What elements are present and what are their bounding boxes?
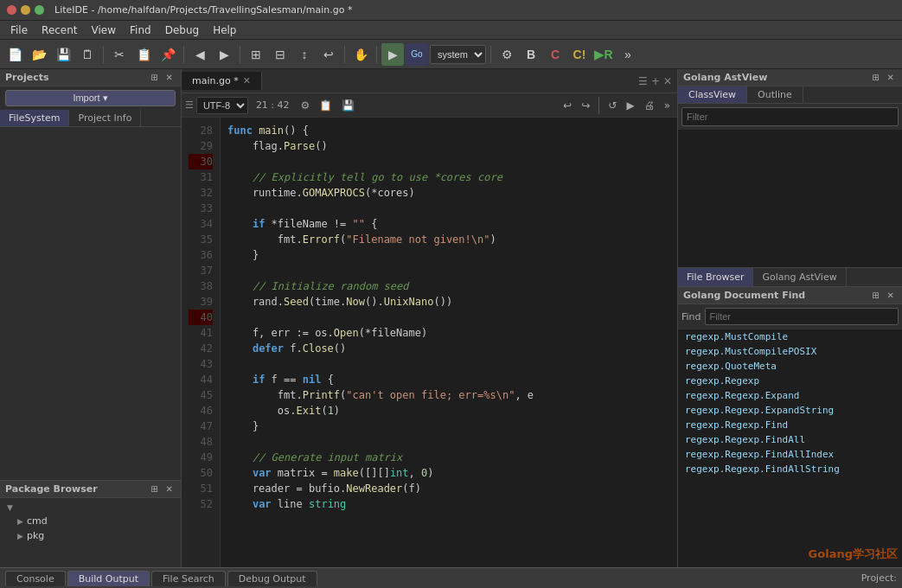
ast-filter-input[interactable] xyxy=(681,107,899,126)
doc-item-5[interactable]: regexp.Regexp.ExpandString xyxy=(678,403,902,418)
bottom-tab-filebrowser[interactable]: File Browser xyxy=(678,268,753,286)
pkg-item-pkg[interactable]: ▶ pkg xyxy=(0,528,181,543)
build-b-button[interactable]: B xyxy=(520,43,542,66)
package-browser: Package Browser ⊞ ✕ ▼ ▶ cmd ▶ pkg xyxy=(0,480,181,567)
settings-button[interactable]: ⚙ xyxy=(496,43,518,66)
editor-copy-icon[interactable]: 📋 xyxy=(316,98,336,113)
line-numbers: 28 29 30 31 32 33 34 35 36 37 38 39 40 4… xyxy=(182,118,221,567)
menu-help[interactable]: Help xyxy=(206,22,243,38)
open-button[interactable]: 📂 xyxy=(28,43,50,66)
editor-settings-icon[interactable]: ⚙ xyxy=(297,98,314,113)
tab-close-panel-icon[interactable]: ✕ xyxy=(663,75,672,87)
new-file-button[interactable]: 📄 xyxy=(3,43,26,66)
doc-item-7[interactable]: regexp.Regexp.FindAll xyxy=(678,432,902,447)
code-container[interactable]: 28 29 30 31 32 33 34 35 36 37 38 39 40 4… xyxy=(182,118,677,567)
status-tab-console[interactable]: Console xyxy=(5,571,66,586)
system-combo[interactable]: system xyxy=(430,45,486,64)
doc-item-3[interactable]: regexp.Regexp xyxy=(678,374,902,388)
ast-expand-icon[interactable]: ⊞ xyxy=(869,72,881,83)
minimize-button[interactable] xyxy=(21,5,30,15)
maximize-button[interactable] xyxy=(35,5,44,15)
sep4 xyxy=(344,46,345,63)
ast-close-icon[interactable]: ✕ xyxy=(885,72,897,83)
ln-38: 38 xyxy=(189,278,213,294)
sep6 xyxy=(490,46,491,63)
menu-recent[interactable]: Recent xyxy=(35,22,84,38)
editor-save-icon[interactable]: 💾 xyxy=(338,98,358,113)
ln-35: 35 xyxy=(189,232,213,247)
doc-find-expand-icon[interactable]: ⊞ xyxy=(869,290,881,301)
print-icon[interactable]: 🖨 xyxy=(641,98,658,113)
back-button[interactable]: ◀ xyxy=(189,43,211,66)
close-button[interactable] xyxy=(7,5,16,15)
doc-item-6[interactable]: regexp.Regexp.Find xyxy=(678,418,902,432)
doc-find-input[interactable] xyxy=(705,308,899,325)
run-button[interactable]: ▶ xyxy=(381,43,404,66)
pkg-item-cmd[interactable]: ▶ cmd xyxy=(0,514,181,528)
doc-item-1[interactable]: regexp.MustCompilePOSIX xyxy=(678,344,902,359)
redo-icon[interactable]: ↪ xyxy=(578,98,593,113)
ast-tab-classview[interactable]: ClassView xyxy=(678,86,747,103)
paste-button[interactable]: 📌 xyxy=(157,43,179,66)
projects-header: Projects ⊞ ✕ xyxy=(0,69,181,86)
fold-button[interactable]: ⊞ xyxy=(245,43,267,66)
menu-view[interactable]: View xyxy=(85,22,123,38)
editor-tabs: main.go * ✕ ☰ + ✕ xyxy=(182,69,677,93)
pkg-arrow-icon: ▶ xyxy=(17,532,23,540)
doc-item-0[interactable]: regexp.MustCompile xyxy=(678,329,902,344)
tab-project-info[interactable]: Project Info xyxy=(69,110,141,126)
ln-40: 40 xyxy=(189,310,213,325)
projects-close-icon[interactable]: ✕ xyxy=(163,72,176,83)
import-button[interactable]: Import ▾ xyxy=(5,90,176,106)
ast-title: Golang AstView xyxy=(683,72,767,83)
menu-debug[interactable]: Debug xyxy=(158,22,206,38)
editor-tab-close-icon[interactable]: ✕ xyxy=(243,75,251,86)
copy-button[interactable]: 📋 xyxy=(132,43,155,66)
hand-tool[interactable]: ✋ xyxy=(349,43,372,66)
doc-item-4[interactable]: regexp.Regexp.Expand xyxy=(678,388,902,403)
doc-list[interactable]: regexp.MustCompile regexp.MustCompilePOS… xyxy=(678,329,902,567)
forward-button[interactable]: ▶ xyxy=(213,43,235,66)
more-ed-icon[interactable]: » xyxy=(661,98,674,113)
menu-file[interactable]: File xyxy=(3,22,35,38)
wrap-button[interactable]: ↩ xyxy=(317,43,340,66)
go-button[interactable]: Go xyxy=(406,43,428,66)
toggle-button[interactable]: ↕ xyxy=(293,43,316,66)
menu-find[interactable]: Find xyxy=(123,22,158,38)
editor-tab-main[interactable]: main.go * ✕ xyxy=(182,72,262,90)
code-editor[interactable]: func main() { flag.Parse() // Explicitly… xyxy=(221,118,677,567)
status-tab-debug[interactable]: Debug Output xyxy=(227,571,317,586)
pkg-expand-icon[interactable]: ⊞ xyxy=(148,483,160,495)
build-c-button[interactable]: C xyxy=(544,43,566,66)
save-all-button[interactable]: 🗒 xyxy=(76,43,99,66)
undo-icon[interactable]: ↩ xyxy=(560,98,575,113)
ln-28: 28 xyxy=(189,123,213,138)
tab-add-icon[interactable]: + xyxy=(651,75,660,87)
doc-find: Golang Document Find ⊞ ✕ Find xyxy=(678,287,902,329)
right-panel-bottom: File Browser Golang AstView Golang Docum… xyxy=(678,268,902,567)
ast-tab-outline[interactable]: Outline xyxy=(747,86,803,103)
bottom-tab-astview[interactable]: Golang AstView xyxy=(753,268,846,286)
ln-43: 43 xyxy=(189,356,213,372)
status-tab-build[interactable]: Build Output xyxy=(67,571,150,586)
doc-find-close-icon[interactable]: ✕ xyxy=(885,290,897,301)
tab-menu-icon[interactable]: ☰ xyxy=(638,75,648,87)
run-r-button[interactable]: ▶R xyxy=(592,43,615,66)
sync-icon[interactable]: ↺ xyxy=(605,98,620,113)
tab-filesystem[interactable]: FileSystem xyxy=(0,110,69,126)
unfold-button[interactable]: ⊟ xyxy=(269,43,291,66)
status-tab-filesearch[interactable]: File Search xyxy=(151,571,226,586)
pkg-tree: ▼ ▶ cmd ▶ pkg xyxy=(0,498,181,567)
doc-item-9[interactable]: regexp.Regexp.FindAllString xyxy=(678,462,902,476)
save-button[interactable]: 💾 xyxy=(52,43,74,66)
projects-expand-icon[interactable]: ⊞ xyxy=(148,72,160,83)
more-button[interactable]: » xyxy=(617,43,639,66)
main-area: Projects ⊞ ✕ Import ▾ FileSystem Project… xyxy=(0,69,902,567)
doc-item-2[interactable]: regexp.QuoteMeta xyxy=(678,359,902,374)
cut-button[interactable]: ✂ xyxy=(108,43,131,66)
encoding-combo[interactable]: UTF-8 xyxy=(196,97,248,114)
run-ed-icon[interactable]: ▶ xyxy=(623,98,637,113)
build-ci-button[interactable]: C! xyxy=(568,43,591,66)
pkg-close-icon[interactable]: ✕ xyxy=(163,483,176,495)
doc-item-8[interactable]: regexp.Regexp.FindAllIndex xyxy=(678,447,902,462)
